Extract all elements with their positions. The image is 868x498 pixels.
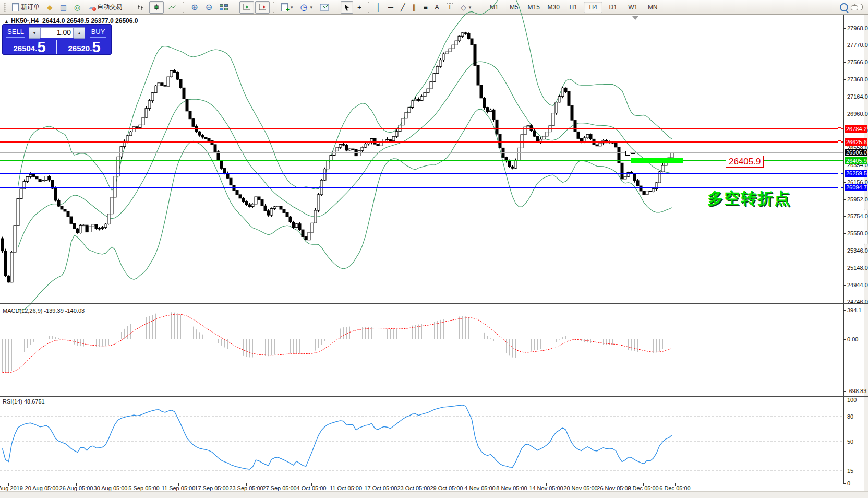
timeframe-d1-button[interactable]: D1 bbox=[604, 2, 622, 13]
collapse-icon[interactable]: ▲ bbox=[4, 19, 9, 24]
timeframe-m15-button[interactable]: M15 bbox=[524, 2, 543, 13]
sell-price[interactable]: 26504.5 bbox=[3, 39, 56, 55]
object-anchor-square[interactable] bbox=[625, 151, 630, 156]
price-level-line[interactable] bbox=[0, 160, 843, 161]
expert-advisors-icon: ◎ bbox=[74, 4, 80, 11]
sell-button[interactable]: SELL bbox=[3, 25, 29, 39]
chart-annotation-text[interactable]: 多空转折点 bbox=[671, 188, 791, 209]
object-cross-marker[interactable] bbox=[631, 152, 635, 158]
new-order-label: 新订单 bbox=[21, 3, 40, 11]
price-tick-label: 25148.0 bbox=[847, 265, 868, 271]
expert-advisors-button[interactable]: ◎ bbox=[71, 1, 83, 14]
rsi-tick-label: 100 bbox=[847, 397, 857, 403]
price-tick-mark bbox=[843, 251, 846, 251]
bar-chart-type-button[interactable] bbox=[134, 1, 148, 14]
volume-increase-button[interactable]: ▴ bbox=[74, 27, 85, 39]
price-tick-mark bbox=[843, 302, 846, 302]
zoom-out-button[interactable]: ⊖ bbox=[202, 1, 215, 14]
styler-button[interactable]: ◆ bbox=[44, 1, 56, 14]
time-tick-label: 4 Aug 2019 bbox=[0, 485, 23, 491]
toolbar-separator bbox=[478, 2, 479, 13]
price-callout[interactable]: 26405.9 bbox=[726, 156, 764, 168]
arrows-icon: ◇ bbox=[461, 4, 466, 11]
autotrading-button[interactable]: ☁ 自动交易 bbox=[85, 1, 125, 14]
line-chart-type-button[interactable] bbox=[165, 1, 179, 14]
line-chart-icon bbox=[168, 4, 176, 11]
market-watch-button[interactable]: ▥ bbox=[57, 1, 70, 14]
chart-shift-marker[interactable] bbox=[632, 16, 638, 20]
timeframe-m1-button[interactable]: M1 bbox=[485, 2, 503, 13]
price-level-line[interactable] bbox=[0, 141, 843, 143]
price-tick-label: 27368.0 bbox=[847, 76, 868, 82]
timeframe-h4-button[interactable]: H4 bbox=[584, 2, 602, 13]
text-tool-button[interactable]: A bbox=[432, 1, 442, 14]
autotrading-label: 自动交易 bbox=[97, 3, 122, 11]
line-edit-handle[interactable] bbox=[838, 186, 841, 189]
price-level-line[interactable] bbox=[0, 173, 843, 174]
buy-button[interactable]: BUY bbox=[85, 25, 111, 39]
chart-canvas[interactable] bbox=[0, 0, 868, 498]
timeframe-mn-button[interactable]: MN bbox=[643, 2, 662, 13]
time-tick-label: 4 Nov 05:00 bbox=[464, 485, 495, 491]
templates-button[interactable] bbox=[317, 1, 332, 14]
time-tick-label: 29 Oct 05:00 bbox=[430, 485, 463, 491]
toolbar-separator bbox=[273, 2, 274, 13]
price-tick-mark bbox=[843, 182, 846, 183]
pane-splitter[interactable] bbox=[0, 396, 868, 397]
horizontal-line-tool-button[interactable]: ─ bbox=[385, 1, 396, 14]
macd-tick-label: -698.83 bbox=[847, 388, 866, 394]
buy-price[interactable]: 26520.5 bbox=[57, 39, 111, 55]
crosshair-tool-button[interactable]: + bbox=[354, 1, 365, 14]
time-tick-label: 17 Oct 05:00 bbox=[365, 485, 397, 491]
rsi-tick-label: 50 bbox=[847, 438, 853, 445]
indicators-button[interactable]: + ▾ bbox=[278, 1, 296, 14]
candlestick-type-button[interactable] bbox=[149, 1, 164, 14]
cursor-tool-button[interactable] bbox=[341, 1, 353, 14]
trendline-tool-button[interactable]: ╱ bbox=[397, 1, 408, 14]
rsi-tick-mark bbox=[843, 417, 846, 417]
volume-decrease-button[interactable]: ▾ bbox=[29, 27, 40, 39]
price-tick-mark bbox=[843, 216, 846, 217]
market-watch-icon: ▥ bbox=[60, 4, 67, 11]
chart-shift-button[interactable] bbox=[255, 1, 270, 14]
periods-button[interactable]: ◷ ▾ bbox=[297, 1, 316, 14]
price-tick-mark bbox=[843, 165, 846, 165]
level-highlight-bar[interactable] bbox=[631, 158, 683, 163]
line-edit-handle[interactable] bbox=[838, 172, 841, 175]
volume-input[interactable]: 1.00 bbox=[40, 27, 74, 38]
candlestick-icon bbox=[152, 4, 161, 11]
price-level-badge: 26094.7 bbox=[845, 184, 867, 191]
pane-splitter[interactable] bbox=[0, 305, 868, 305]
toolbar-grip[interactable] bbox=[4, 3, 6, 12]
timeframe-w1-button[interactable]: W1 bbox=[623, 2, 642, 13]
timeframe-h1-button[interactable]: H1 bbox=[564, 2, 583, 13]
channel-tool-button[interactable]: ∥ bbox=[409, 1, 419, 14]
text-label-tool-button[interactable]: T bbox=[443, 1, 456, 14]
time-tick-label: 4 Oct 05:00 bbox=[297, 485, 327, 491]
price-tick-mark bbox=[843, 268, 846, 268]
new-order-button[interactable]: 新订单 bbox=[9, 1, 43, 14]
chat-icon[interactable] bbox=[853, 4, 863, 10]
zoom-in-button[interactable]: ⊕ bbox=[188, 1, 201, 14]
pane-splitter[interactable] bbox=[0, 303, 868, 304]
search-icon[interactable] bbox=[840, 3, 848, 11]
ohlc-values: 26414.0 26549.5 26377.0 26506.0 bbox=[42, 17, 138, 25]
vertical-line-tool-button[interactable]: │ bbox=[373, 1, 384, 14]
rsi-tick-label: 15 bbox=[847, 468, 853, 474]
timeframe-m5-button[interactable]: M5 bbox=[504, 2, 523, 13]
time-tick-label: 27 Sep 05:00 bbox=[262, 485, 296, 491]
timeframe-m30-button[interactable]: M30 bbox=[544, 2, 563, 13]
fibonacci-tool-button[interactable]: ≡ bbox=[420, 1, 430, 14]
line-edit-handle[interactable] bbox=[838, 127, 841, 131]
timeframe-group: M1M5M15M30H1H4D1W1MN bbox=[485, 2, 662, 13]
tile-windows-button[interactable] bbox=[216, 1, 231, 14]
line-edit-handle[interactable] bbox=[838, 140, 841, 144]
one-click-trading-panel: SELL ▾ 1.00 ▴ BUY 26504.5 26520.5 bbox=[2, 24, 112, 55]
auto-scroll-button[interactable] bbox=[239, 1, 254, 14]
time-tick-label: 20 Aug 05:00 bbox=[25, 485, 59, 491]
time-tick-label: 11 Sep 05:00 bbox=[162, 485, 196, 491]
toolbar: 新订单 ◆ ▥ ◎ ☁ 自动交易 ⊕ ⊖ + ▾ ◷ bbox=[0, 0, 868, 15]
pane-splitter[interactable] bbox=[0, 395, 868, 395]
arrows-tool-button[interactable]: ◇▾ bbox=[457, 1, 474, 14]
price-level-line[interactable] bbox=[0, 128, 843, 129]
